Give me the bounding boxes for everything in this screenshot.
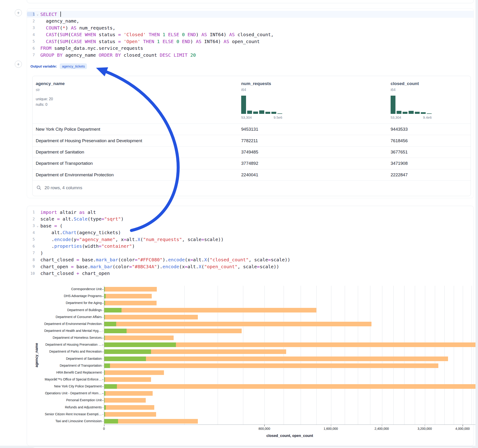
python-cell[interactable]: 1import altair as alt2scale = alt.Scale(… — [27, 206, 474, 446]
column-meta-unique: unique: 20 — [36, 97, 241, 101]
code-text: chart_closed = base.mark_bar(color="#FFC… — [40, 257, 474, 262]
code-line[interactable]: 9chart_open = base.mark_bar(color="#8BC3… — [27, 263, 474, 270]
code-line[interactable]: 7) — [27, 249, 474, 256]
bar-closed_count — [104, 405, 154, 410]
table-row[interactable]: Department of Housing Preservation and D… — [32, 135, 471, 146]
bar-closed_count — [104, 398, 146, 403]
column-name: closed_count — [391, 81, 471, 86]
table-header: agency_name str unique: 20 nulls: 0 num_… — [32, 76, 471, 124]
histogram-bar — [396, 111, 402, 114]
code-line[interactable]: 7GROUP BY agency_name ORDER BY closed_co… — [27, 52, 474, 59]
bar-closed_count — [104, 356, 448, 361]
fold-chevron-icon[interactable]: ⌄ — [35, 12, 40, 16]
code-line[interactable]: 3 COUNT(*) AS num_requests, — [27, 25, 474, 31]
gridline — [435, 286, 435, 425]
code-text: CAST(SUM(CASE WHEN status = 'Closed' THE… — [40, 32, 474, 37]
sql-code-editor[interactable]: 1⌄SELECT 2 agency_name,3 COUNT(*) AS num… — [27, 11, 474, 59]
gridline — [358, 286, 358, 425]
y-axis-label: Refunds and Adjustments — [27, 405, 102, 409]
y-tick-mark — [102, 303, 104, 304]
line-number: 4 — [27, 32, 35, 37]
line-number: 1 — [27, 12, 35, 16]
histogram-bar — [409, 111, 413, 114]
gridline — [472, 286, 472, 425]
y-tick-mark — [102, 289, 104, 290]
line-number: 6 — [27, 244, 35, 249]
y-tick-mark — [102, 373, 104, 373]
y-axis-label: Department of Environmental Protection — [27, 322, 102, 326]
next-cell-edge — [32, 447, 474, 448]
python-code-editor[interactable]: 1import altair as alt2scale = alt.Scale(… — [27, 209, 474, 277]
bar-closed_count — [104, 308, 316, 312]
histogram-bar — [391, 96, 396, 114]
y-tick-mark — [102, 380, 104, 380]
line-number: 3 — [27, 25, 35, 30]
gridline — [444, 286, 445, 425]
bar-open_count — [104, 336, 105, 340]
y-tick-mark — [102, 414, 104, 415]
x-axis-tick-label: 4,000,000 — [455, 427, 470, 430]
line-number: 8 — [27, 258, 35, 262]
line-number: 7 — [27, 53, 35, 57]
code-line[interactable]: 10chart_closed + chart_open — [27, 270, 474, 277]
previous-cell-edge — [27, 0, 474, 3]
bar-open_count — [104, 356, 146, 361]
bar-open_count — [104, 315, 105, 319]
gridline — [415, 286, 415, 425]
add-cell-button-top[interactable]: + — [15, 9, 22, 16]
histogram-bar — [247, 111, 252, 114]
bar-open_count — [104, 398, 105, 403]
table-cell: 7618456 — [391, 138, 471, 143]
code-line[interactable]: 5 CAST(SUM(CASE WHEN status = 'Open' THE… — [27, 38, 474, 45]
column-name: agency_name — [36, 81, 241, 86]
results-table: agency_name str unique: 20 nulls: 0 num_… — [32, 76, 471, 196]
table-row[interactable]: New York City Police Department945313194… — [32, 124, 471, 135]
table-row[interactable]: Department of Transportation377489234719… — [32, 158, 471, 169]
gridline — [331, 286, 331, 425]
bar-open_count — [104, 384, 117, 389]
code-line[interactable]: 3⌄base = ( — [27, 222, 474, 229]
code-line[interactable]: 2scale = alt.Scale(type="sqrt") — [27, 216, 474, 223]
code-line[interactable]: 6 .properties(width="container") — [27, 243, 474, 250]
bar-chart: Correspondence UnitDHS Advantage Program… — [27, 282, 474, 445]
fold-chevron-icon[interactable]: ⌄ — [35, 224, 40, 227]
x-tick-mark — [382, 425, 382, 426]
y-axis-label: Operations Unit - Department of Hom… — [27, 391, 102, 395]
bar-closed_count — [104, 322, 371, 326]
table-row[interactable]: Department of Sanitation37494853677651 — [32, 146, 471, 158]
gridline — [218, 286, 218, 425]
y-tick-mark — [102, 359, 104, 359]
y-tick-mark — [102, 317, 104, 317]
table-cell: Department of Transportation — [32, 161, 241, 166]
code-line[interactable]: 6FROM sample_data.nyc.service_requests — [27, 45, 474, 52]
code-line[interactable]: 8chart_closed = base.mark_bar(color="#FF… — [27, 256, 474, 263]
table-row[interactable]: Department of Environmental Protection22… — [32, 169, 471, 180]
bar-closed_count — [104, 363, 438, 368]
y-tick-mark — [102, 345, 104, 345]
add-cell-button-middle[interactable]: + — [15, 61, 22, 68]
table-cell: Department of Housing Preservation and D… — [32, 138, 241, 143]
code-line[interactable]: 2 agency_name, — [27, 18, 474, 25]
search-icon[interactable] — [36, 185, 42, 191]
line-number: 9 — [27, 264, 35, 269]
histogram-bar — [271, 112, 276, 114]
histogram-bar — [241, 96, 246, 114]
code-line[interactable]: 4 alt.Chart(agency_tickets) — [27, 229, 474, 236]
output-variable-badge[interactable]: agency_tickets — [60, 63, 87, 69]
bar-open_count — [104, 294, 106, 299]
code-line[interactable]: 1⌄SELECT — [27, 11, 474, 18]
code-text: CAST(SUM(CASE WHEN status = 'Open' THEN … — [40, 39, 474, 44]
code-text: FROM sample_data.nyc.service_requests — [40, 45, 474, 51]
code-text: agency_name, — [40, 18, 474, 24]
table-cell: 3749485 — [241, 149, 391, 155]
column-histogram — [391, 96, 432, 114]
bar-closed_count — [104, 419, 198, 423]
y-axis-title: agency_name — [35, 343, 39, 367]
code-text: SELECT — [40, 12, 474, 17]
code-line[interactable]: 5 .encode(y="agency_name", x=alt.X("num_… — [27, 236, 474, 243]
code-line[interactable]: 4 CAST(SUM(CASE WHEN status = 'Closed' T… — [27, 31, 474, 38]
bar-open_count — [104, 412, 105, 417]
chart-plot-area — [104, 286, 475, 425]
code-line[interactable]: 1import altair as alt — [27, 209, 474, 216]
sql-cell[interactable]: 1⌄SELECT 2 agency_name,3 COUNT(*) AS num… — [27, 8, 474, 198]
